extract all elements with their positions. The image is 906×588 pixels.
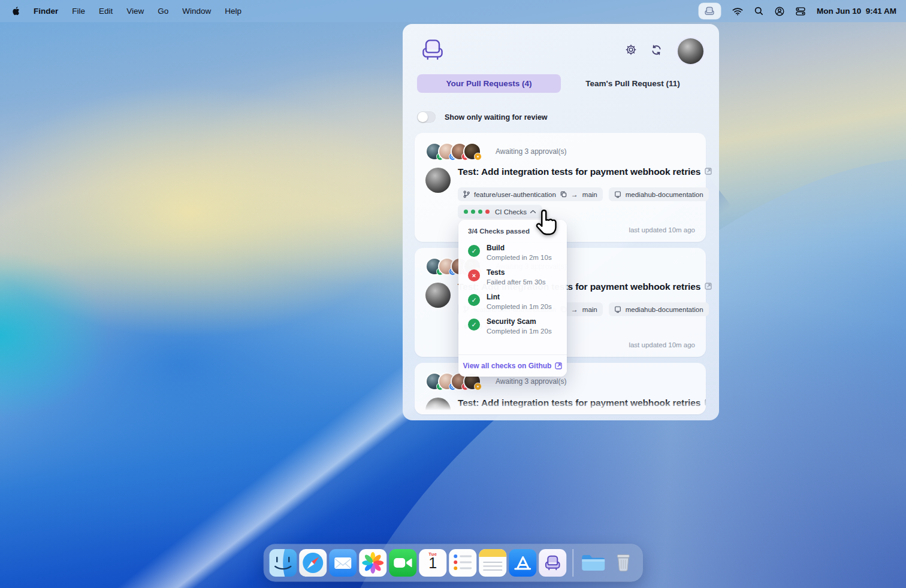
- refresh-icon[interactable]: [651, 44, 662, 58]
- menubar-pr-app-icon[interactable]: [699, 3, 721, 19]
- ci-checks-chip[interactable]: CI Checks: [458, 205, 542, 219]
- target-branch: main: [582, 306, 597, 313]
- menu-help[interactable]: Help: [225, 7, 241, 16]
- dock-pr-app-icon[interactable]: [539, 549, 566, 577]
- check-name: Security Scam: [487, 317, 552, 326]
- menu-window[interactable]: Window: [182, 7, 211, 16]
- calendar-day: 1: [419, 554, 446, 572]
- pointer-hand-cursor: [532, 207, 563, 241]
- dock-trash-icon[interactable]: [609, 549, 637, 577]
- last-updated: last updated 10m ago: [629, 341, 695, 348]
- ci-dot-success: [471, 210, 475, 214]
- dock: Tue 1: [264, 544, 642, 581]
- approvals-status: Awaiting 3 approval(s): [496, 147, 567, 156]
- ci-dot-success: [478, 210, 482, 214]
- reviewer-avatar: [463, 143, 481, 160]
- menu-bar: Finder File Edit View Go Window Help: [0, 0, 906, 22]
- external-link-icon: [555, 362, 562, 369]
- external-link-icon[interactable]: [705, 166, 712, 177]
- card-clip-fade: [415, 400, 706, 414]
- repo-name: mediahub-documentation: [626, 306, 703, 313]
- menu-go[interactable]: Go: [158, 7, 168, 16]
- check-detail: Completed in 1m 20s: [487, 328, 552, 335]
- dock-notes-icon[interactable]: [479, 549, 506, 577]
- approvals-status: Awaiting 3 approval(s): [496, 377, 567, 386]
- branch-chip[interactable]: feature/user-authentication → main: [458, 187, 603, 201]
- dock-folder-icon[interactable]: [579, 549, 607, 577]
- check-detail: Completed in 2m 10s: [487, 254, 552, 261]
- repo-chip[interactable]: mediahub-documentation: [609, 302, 709, 316]
- tab-teams-pull-requests[interactable]: Team's Pull Request (11): [561, 74, 705, 93]
- source-branch: feature/user-authentication: [474, 191, 556, 198]
- ci-checks-label: CI Checks: [495, 208, 527, 216]
- check-detail: Failed after 5m 30s: [487, 278, 545, 286]
- check-item-lint: ✓ Lint Completed in 1m 20s: [458, 289, 567, 314]
- user-account-icon[interactable]: [775, 7, 784, 16]
- merge-arrow: →: [571, 305, 578, 314]
- settings-gear-icon[interactable]: [626, 44, 636, 57]
- waiting-badge-icon: [474, 383, 482, 390]
- toggle-label: Show only waiting for review: [445, 113, 548, 122]
- toggle-knob: [418, 112, 428, 122]
- pr-author-avatar: [425, 168, 451, 193]
- reviewer-avatars: ✓ ×: [425, 143, 481, 160]
- user-avatar[interactable]: [677, 37, 705, 65]
- check-success-icon: ✓: [468, 245, 480, 257]
- check-success-icon: ✓: [468, 294, 480, 306]
- menu-file[interactable]: File: [72, 7, 85, 16]
- ci-checks-dropdown: 3/4 Checks passed ✓ Build Completed in 2…: [458, 220, 567, 377]
- repo-chip[interactable]: mediahub-documentation: [609, 187, 709, 201]
- avatar-photo: [678, 38, 703, 64]
- apple-menu-icon[interactable]: [11, 6, 20, 16]
- last-updated: last updated 10m ago: [629, 226, 695, 234]
- check-name: Build: [487, 244, 552, 252]
- dock-app-store-icon[interactable]: [509, 549, 536, 577]
- wifi-icon[interactable]: [732, 7, 743, 16]
- waiting-review-toggle[interactable]: [417, 111, 436, 123]
- tab-your-pull-requests[interactable]: Your Pull Requests (4): [417, 74, 561, 93]
- repo-name: mediahub-documentation: [626, 191, 703, 198]
- pr-author-avatar: [425, 283, 451, 308]
- check-item-build: ✓ Build Completed in 2m 10s: [458, 240, 567, 265]
- tab-bar: Your Pull Requests (4) Team's Pull Reque…: [417, 74, 705, 93]
- dock-photos-icon[interactable]: [359, 549, 386, 577]
- merge-arrow: →: [571, 190, 578, 199]
- control-center-icon[interactable]: [796, 7, 805, 16]
- menu-view[interactable]: View: [126, 7, 144, 16]
- ci-dot-success: [464, 210, 468, 214]
- target-branch: main: [582, 191, 597, 198]
- menu-edit[interactable]: Edit: [99, 7, 113, 16]
- copy-icon: [560, 191, 567, 198]
- check-item-security-scan: ✓ Security Scam Completed in 1m 20s: [458, 314, 567, 338]
- spotlight-search-icon[interactable]: [754, 7, 763, 16]
- menu-app-name[interactable]: Finder: [34, 7, 58, 16]
- dock-separator: [572, 549, 573, 577]
- check-success-icon: ✓: [468, 319, 480, 331]
- desktop-wallpaper: Finder File Edit View Go Window Help: [0, 0, 906, 588]
- dock-reminders-icon[interactable]: [449, 549, 476, 577]
- app-logo-couch-icon: [419, 37, 446, 65]
- menubar-clock[interactable]: Mon Jun 10 9:41 AM: [817, 7, 896, 16]
- repo-icon: [614, 306, 621, 313]
- check-detail: Completed in 1m 20s: [487, 303, 552, 310]
- dock-facetime-icon[interactable]: [389, 549, 416, 577]
- waiting-badge-icon: [474, 153, 482, 160]
- ci-dot-failure: [485, 210, 490, 214]
- repo-icon: [614, 191, 621, 198]
- pr-app-popover: Your Pull Requests (4) Team's Pull Reque…: [403, 24, 719, 420]
- dock-mail-icon[interactable]: [329, 549, 357, 577]
- check-item-tests: × Tests Failed after 5m 30s: [458, 265, 567, 289]
- dock-calendar-icon[interactable]: Tue 1: [419, 549, 446, 577]
- external-link-icon[interactable]: [705, 281, 712, 292]
- dock-finder-icon[interactable]: [269, 549, 297, 577]
- pr-title[interactable]: Test: Add integration tests for payment …: [458, 166, 700, 177]
- view-all-checks-link[interactable]: View all checks on Github: [458, 354, 567, 377]
- check-failure-icon: ×: [468, 269, 480, 281]
- check-name: Tests: [487, 268, 545, 277]
- dock-safari-icon[interactable]: [299, 549, 327, 577]
- check-name: Lint: [487, 293, 552, 301]
